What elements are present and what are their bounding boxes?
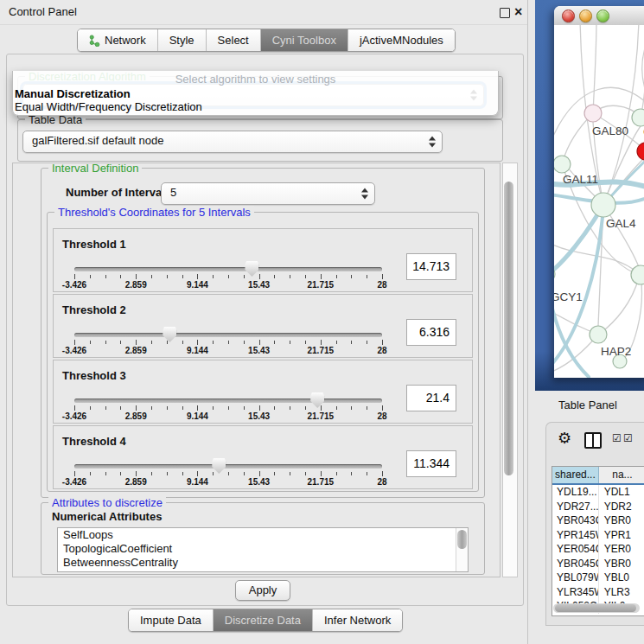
top-tab-bar: Network Style Select Cyni Toolbox jActiv… [77, 29, 456, 52]
table-row[interactable]: YER054CYER0 [552, 542, 644, 557]
slider-thumb[interactable] [310, 392, 324, 408]
scrollbar-thumb[interactable] [504, 182, 513, 475]
threshold-slider[interactable]: -3.4262.8599.14415.4321.71528 [74, 360, 382, 423]
threshold-value-field[interactable]: 21.4 [406, 385, 456, 411]
table-horizontal-scrollbar[interactable] [553, 603, 640, 613]
select-all-checkbox-icon[interactable]: ☑ [612, 432, 622, 444]
threshold-slider[interactable]: -3.4262.8599.14415.4321.71528 [74, 229, 382, 291]
slider-thumb[interactable] [245, 261, 258, 277]
attribute-list-item[interactable]: BetweennessCentrality [58, 556, 468, 570]
threshold-slider[interactable]: -3.4262.8599.14415.4321.71528 [74, 295, 382, 357]
table-row[interactable]: YBR045CYBR0 [552, 557, 644, 571]
tab-discretize-data[interactable]: Discretize Data [213, 609, 312, 631]
dropdown-placeholder-item: Select algorithm to view settings [13, 71, 498, 87]
table-cell[interactable]: YDL19... [552, 485, 599, 500]
slider-tick [197, 471, 198, 476]
threshold-value-field[interactable]: 14.713 [406, 253, 456, 280]
table-cell[interactable]: YER054C [552, 542, 599, 557]
slider-tick [213, 472, 214, 475]
slider-tick [336, 406, 337, 410]
table-cell[interactable]: YER0 [599, 542, 644, 557]
column-header-name[interactable]: na... [599, 467, 644, 483]
column-header-shared-name[interactable]: shared... [552, 467, 599, 483]
node-label: GAL11 [563, 173, 598, 186]
dropdown-option-manual-discretization[interactable]: Manual Discretization [13, 87, 498, 100]
slider-track[interactable] [74, 399, 382, 403]
slider-track[interactable] [74, 333, 382, 337]
threshold-value-field[interactable]: 11.344 [406, 450, 456, 477]
float-window-icon[interactable] [500, 8, 510, 18]
table-row[interactable]: YLR345WYLR3 [552, 585, 644, 600]
numerical-attributes-list[interactable]: SelfLoopsTopologicalCoefficientBetweenne… [57, 527, 469, 572]
slider-tick [74, 340, 75, 345]
table-row[interactable]: YBR043CYBR0 [552, 513, 644, 528]
number-of-intervals-label: Number of Intervals [66, 182, 171, 203]
tab-infer-network[interactable]: Infer Network [312, 609, 402, 631]
network-window-titlebar[interactable] [554, 6, 644, 26]
tab-infer-network-label: Infer Network [324, 610, 391, 630]
gal4-node[interactable] [591, 193, 615, 217]
slider-tick [105, 275, 106, 278]
gal-tr-node[interactable] [632, 109, 644, 126]
tab-network[interactable]: Network [78, 29, 157, 51]
attribute-list-item[interactable]: SelfLoops [58, 528, 468, 542]
table-cell[interactable]: YBR045C [552, 557, 599, 571]
table-row[interactable]: YPR145WYPR1 [552, 528, 644, 543]
slider-tick [228, 406, 229, 410]
gear-icon[interactable]: ⚙ [558, 430, 571, 447]
slider-tick-label: 2.859 [125, 411, 147, 421]
minimize-button[interactable] [579, 10, 592, 22]
table-cell[interactable]: YLR3 [599, 585, 644, 600]
table-cell[interactable]: YDR2 [599, 500, 644, 514]
h-node[interactable] [631, 265, 644, 284]
red-node[interactable] [637, 143, 644, 160]
table-panel: ⚙ ☑ ☑ shared... na... YDL19...YDL1YDR27.… [545, 422, 644, 626]
tab-select[interactable]: Select [206, 29, 260, 51]
table-cell[interactable]: YBR043C [552, 513, 599, 528]
table-row[interactable]: YDR27...YDR2 [552, 500, 644, 514]
threshold-value-field[interactable]: 6.316 [406, 319, 456, 346]
number-of-intervals-combobox[interactable]: 5 [161, 182, 375, 205]
attribute-list-item[interactable]: TopologicalCoefficient [58, 542, 468, 556]
zoom-button[interactable] [596, 10, 609, 22]
tab-impute-data[interactable]: Impute Data [129, 609, 213, 631]
dropdown-option-equal-width-frequency[interactable]: Equal Width/Frequency Discretization [13, 100, 498, 113]
close-button[interactable] [562, 10, 575, 22]
slider-track[interactable] [74, 464, 382, 469]
deselect-all-checkbox-icon[interactable]: ☑ [623, 432, 633, 444]
tab-style[interactable]: Style [157, 29, 206, 51]
apply-button[interactable]: Apply [235, 580, 290, 601]
scrollbar-thumb[interactable] [457, 530, 467, 549]
table-cell[interactable]: YPR145W [552, 528, 599, 543]
table-cell[interactable]: YBL079W [552, 571, 599, 585]
attributes-list-scrollbar[interactable] [456, 528, 468, 571]
table-cell[interactable]: YDL1 [599, 485, 644, 500]
table-cell[interactable]: YLR345W [552, 585, 599, 600]
slider-tick [182, 275, 183, 278]
table-data-combobox[interactable]: galFiltered.sif default node [22, 131, 443, 153]
close-icon[interactable]: × [514, 3, 522, 21]
gal11-node[interactable] [554, 156, 571, 173]
table-row[interactable]: YBL079WYBL0 [552, 571, 644, 585]
table-cell[interactable]: YBL0 [599, 571, 644, 585]
network-canvas[interactable]: GAL80GACGAL11GAL4GCY1HHAP2 [554, 25, 644, 378]
scrollbar-thumb[interactable] [555, 604, 636, 612]
table-cell[interactable]: YBR0 [599, 557, 644, 571]
slider-track[interactable] [74, 267, 382, 271]
table-row[interactable]: YDL19...YDL1 [552, 485, 644, 500]
gal80-node[interactable] [584, 105, 602, 122]
tab-cyni-toolbox-label: Cyni Toolbox [272, 30, 336, 50]
slider-thumb[interactable] [163, 327, 176, 342]
split-columns-icon[interactable] [584, 432, 602, 449]
panel-title: Control Panel [9, 0, 77, 24]
tab-jactivemnodules[interactable]: jActiveMNodules [348, 29, 455, 51]
table-cell[interactable]: YBR0 [599, 513, 644, 528]
tab-cyni-toolbox[interactable]: Cyni Toolbox [260, 29, 348, 51]
table-cell[interactable]: YPR1 [599, 528, 644, 543]
table-cell[interactable]: YDR27... [552, 500, 599, 514]
hap2-node[interactable] [590, 326, 607, 343]
threshold-slider[interactable]: -3.4262.8599.14415.4321.71528 [74, 426, 382, 488]
settings-vertical-scrollbar[interactable] [502, 163, 518, 577]
tab-select-label: Select [218, 30, 249, 50]
slider-thumb[interactable] [212, 458, 226, 474]
